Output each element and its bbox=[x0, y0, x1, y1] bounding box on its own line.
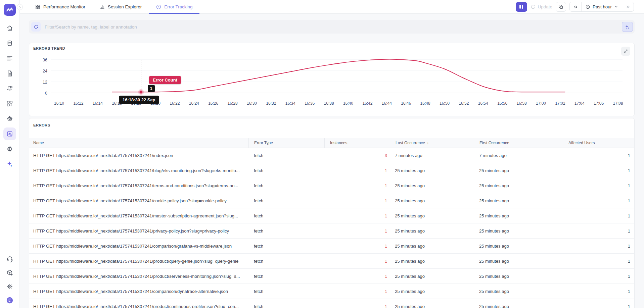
affected-users-cell: 1 bbox=[563, 228, 635, 234]
errors-trend-chart[interactable]: 012243616:1016:1216:1416:1616:1816:2016:… bbox=[29, 43, 635, 116]
name-header[interactable]: Name bbox=[29, 138, 248, 148]
sidebar-item-processors[interactable] bbox=[3, 143, 16, 155]
table-row[interactable]: HTTP GET https://middleware.io/_next/dat… bbox=[29, 269, 634, 284]
x-axis-tick: 16:14 bbox=[93, 101, 103, 106]
clock-icon bbox=[585, 4, 590, 9]
topbar-controls: Update Past hour bbox=[516, 0, 644, 13]
sidebar-item-integrations[interactable] bbox=[3, 266, 16, 279]
instances-cell: 1 bbox=[324, 244, 390, 249]
affected-users-cell: 1 bbox=[563, 168, 635, 173]
instances-cell: 1 bbox=[324, 274, 390, 279]
sidebar-item-home[interactable] bbox=[3, 22, 16, 35]
first-occurrence-cell: 25 minutes ago bbox=[474, 183, 563, 188]
last-occurrence-cell: 25 minutes ago bbox=[390, 168, 474, 173]
x-axis-tick: 16:36 bbox=[305, 101, 315, 106]
x-axis-tick: 16:42 bbox=[362, 101, 372, 106]
table-row[interactable]: HTTP GET https://middleware.io/_next/dat… bbox=[29, 193, 634, 208]
last-occurrence-cell: 25 minutes ago bbox=[390, 274, 474, 279]
affected-users-cell: 1 bbox=[563, 183, 635, 188]
x-axis-tick: 16:46 bbox=[401, 101, 411, 106]
x-axis-tick: 16:26 bbox=[208, 101, 218, 106]
x-axis-tick: 16:32 bbox=[266, 101, 276, 106]
alert-bell-icon bbox=[6, 85, 13, 92]
x-axis-tick: 16:34 bbox=[285, 101, 295, 106]
x-axis-tick: 16:58 bbox=[517, 101, 527, 106]
affected-users-cell: 1 bbox=[563, 198, 635, 203]
pause-button[interactable] bbox=[516, 2, 527, 12]
error-name-cell: HTTP GET https://middleware.io/_next/dat… bbox=[29, 153, 248, 158]
sidebar-item-account[interactable] bbox=[3, 294, 16, 307]
tooltip-value: 1 bbox=[148, 85, 155, 92]
last-occurrence-header[interactable]: Last Occurrence↓ bbox=[390, 138, 474, 148]
sidebar-item-dashboards[interactable] bbox=[3, 97, 16, 110]
tab-error-tracking[interactable]: Error Tracking bbox=[149, 0, 199, 13]
instances-cell: 1 bbox=[324, 289, 390, 294]
sidebar-item-alerts[interactable] bbox=[3, 82, 16, 95]
affected-users-cell: 1 bbox=[563, 244, 635, 249]
x-axis-tick: 16:52 bbox=[459, 101, 469, 106]
sidebar-item-rum[interactable] bbox=[3, 127, 16, 140]
sidebar-item-usage[interactable] bbox=[3, 37, 16, 50]
error-name-cell: HTTP GET https://middleware.io/_next/dat… bbox=[29, 244, 248, 249]
table-row[interactable]: HTTP GET https://middleware.io/_next/dat… bbox=[29, 178, 634, 193]
tab-session-explorer[interactable]: Session Explorer bbox=[92, 0, 149, 13]
time-range-back-button[interactable] bbox=[570, 2, 581, 11]
ai-search-icon[interactable] bbox=[31, 22, 41, 32]
affected-users-cell: 1 bbox=[563, 153, 635, 158]
table-row[interactable]: HTTP GET https://middleware.io/_next/dat… bbox=[29, 208, 634, 223]
x-axis-tick: 17:02 bbox=[555, 101, 565, 106]
first-occurrence-cell: 25 minutes ago bbox=[474, 168, 563, 173]
last-occurrence-cell: 25 minutes ago bbox=[390, 259, 474, 264]
table-row[interactable]: HTTP GET https://middleware.io/_next/dat… bbox=[29, 254, 634, 269]
tab-bar: Performance Monitor Session Explorer Err… bbox=[20, 0, 199, 13]
first-occurrence-header[interactable]: First Occurrence bbox=[474, 138, 563, 148]
middleware-logo[interactable] bbox=[4, 4, 16, 16]
last-occurrence-cell: 25 minutes ago bbox=[390, 213, 474, 218]
sidebar-item-reports[interactable] bbox=[3, 67, 16, 80]
tab-label: Session Explorer bbox=[108, 4, 142, 9]
x-axis-tick: 16:44 bbox=[382, 101, 392, 106]
sidebar-item-logs[interactable] bbox=[3, 52, 16, 65]
instances-cell: 1 bbox=[324, 304, 390, 308]
pause-icon bbox=[519, 5, 521, 9]
table-row[interactable]: HTTP GET https://middleware.io/_next/dat… bbox=[29, 148, 634, 163]
copy-icon bbox=[558, 4, 563, 9]
sidebar-item-ai[interactable] bbox=[3, 158, 16, 170]
logs-icon bbox=[6, 55, 13, 62]
app-root: Performance Monitor Session Explorer Err… bbox=[0, 0, 644, 308]
table-row[interactable]: HTTP GET https://middleware.io/_next/dat… bbox=[29, 284, 634, 299]
sidebar-item-settings[interactable] bbox=[3, 280, 16, 293]
instances-header[interactable]: Instances bbox=[324, 138, 390, 148]
table-row[interactable]: HTTP GET https://middleware.io/_next/dat… bbox=[29, 163, 634, 178]
x-axis-tick: 16:22 bbox=[170, 101, 180, 106]
error-name-cell: HTTP GET https://middleware.io/_next/dat… bbox=[29, 198, 248, 203]
instances-cell: 1 bbox=[324, 198, 390, 203]
update-button[interactable]: Update bbox=[531, 4, 553, 9]
sidebar-item-support[interactable] bbox=[3, 253, 16, 265]
x-axis-tick: 17:08 bbox=[613, 101, 623, 106]
error-type-cell: fetch bbox=[248, 168, 324, 173]
error-count-line bbox=[112, 59, 565, 92]
table-row[interactable]: HTTP GET https://middleware.io/_next/dat… bbox=[29, 223, 634, 239]
first-occurrence-cell: 25 minutes ago bbox=[474, 274, 563, 279]
bar-chart-icon bbox=[99, 4, 105, 10]
tab-performance-monitor[interactable]: Performance Monitor bbox=[28, 0, 92, 13]
affected-users-header[interactable]: Affected Users bbox=[563, 138, 635, 148]
ai-sparkle-button[interactable] bbox=[622, 22, 633, 32]
error-name-cell: HTTP GET https://middleware.io/_next/dat… bbox=[29, 228, 248, 234]
table-row[interactable]: HTTP GET https://middleware.io/_next/dat… bbox=[29, 239, 634, 254]
affected-users-cell: 1 bbox=[563, 274, 635, 279]
error-type-header[interactable]: Error Type bbox=[248, 138, 324, 148]
first-occurrence-cell: 25 minutes ago bbox=[474, 259, 563, 264]
time-range-forward-button[interactable] bbox=[622, 2, 634, 11]
last-occurrence-cell: 25 minutes ago bbox=[390, 183, 474, 188]
x-axis-tick: 17:04 bbox=[574, 101, 585, 106]
time-range-selector[interactable]: Past hour bbox=[582, 2, 622, 11]
logo-wave-icon bbox=[6, 6, 14, 14]
x-axis-tick: 16:48 bbox=[420, 101, 430, 106]
table-row[interactable]: HTTP GET https://middleware.io/_next/dat… bbox=[29, 299, 634, 308]
copy-button[interactable] bbox=[556, 2, 566, 12]
search-input[interactable] bbox=[45, 24, 622, 30]
sidebar-item-synthetics[interactable] bbox=[3, 112, 16, 125]
sidebar-expand-button[interactable] bbox=[17, 4, 23, 10]
